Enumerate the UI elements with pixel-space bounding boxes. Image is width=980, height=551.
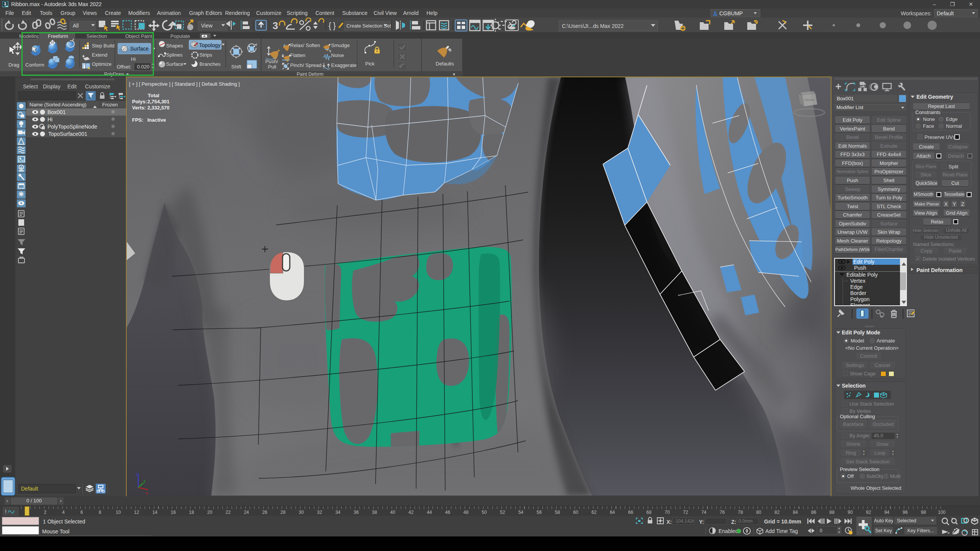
svg-text:C:\Users\JI...ds Max 2022: C:\Users\JI...ds Max 2022	[562, 23, 624, 29]
svg-text:Inactive: Inactive	[147, 117, 166, 123]
svg-text:x: x	[146, 491, 148, 495]
svg-text:Strips: Strips	[199, 52, 212, 58]
svg-text:Pick: Pick	[365, 61, 375, 67]
svg-text:z: z	[136, 472, 138, 476]
svg-text:View: View	[201, 23, 213, 29]
svg-text:Verts:: Verts:	[132, 105, 146, 111]
svg-text:Surface: Surface	[166, 61, 183, 67]
svg-text:{: {	[328, 21, 331, 30]
svg-text:Splines: Splines	[166, 52, 183, 58]
svg-text:Topology: Topology	[199, 42, 220, 48]
svg-text:Smudge: Smudge	[331, 42, 350, 48]
svg-text:FPS:: FPS:	[132, 117, 144, 123]
svg-text:Pull: Pull	[268, 64, 276, 70]
svg-text:All: All	[73, 23, 79, 29]
svg-text:Push/: Push/	[265, 59, 278, 64]
svg-text:Branches: Branches	[199, 61, 220, 67]
svg-text:Shapes: Shapes	[166, 43, 183, 49]
svg-text:3: 3	[273, 20, 278, 31]
svg-text:}: }	[333, 21, 336, 30]
svg-text:2,754,301: 2,754,301	[147, 99, 170, 104]
svg-text:Shift: Shift	[231, 64, 241, 70]
svg-text:2,332,570: 2,332,570	[147, 105, 170, 111]
svg-text:Pinch/ Spread: Pinch/ Spread	[290, 62, 322, 68]
svg-text:Drag: Drag	[8, 62, 19, 68]
svg-text:Flatten: Flatten	[290, 52, 305, 58]
svg-text:[ + ] [ Perspective ] [ Standa: [ + ] [ Perspective ] [ Standard ] [ Def…	[129, 81, 240, 87]
svg-text:3: 3	[4, 2, 6, 6]
svg-text:Total: Total	[148, 93, 159, 98]
svg-text:Defaults: Defaults	[436, 61, 454, 67]
svg-text:y: y	[144, 478, 146, 483]
svg-text:Exaggerate: Exaggerate	[331, 62, 357, 68]
svg-text:Polys:: Polys:	[132, 99, 147, 104]
svg-text:Noise: Noise	[331, 52, 344, 58]
svg-text:Relax/ Soften: Relax/ Soften	[290, 42, 320, 48]
svg-text:FRONT: FRONT	[804, 98, 815, 102]
